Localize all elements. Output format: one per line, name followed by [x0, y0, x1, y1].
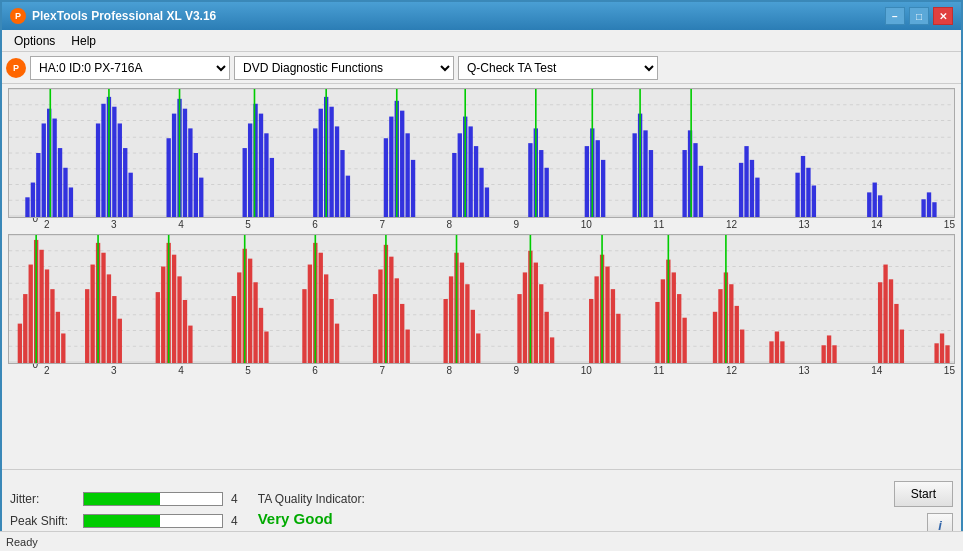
svg-rect-143: [308, 265, 312, 363]
svg-rect-122: [107, 274, 111, 363]
svg-rect-163: [471, 310, 475, 363]
start-button[interactable]: Start: [894, 481, 953, 507]
svg-rect-33: [199, 178, 203, 217]
svg-rect-134: [232, 296, 236, 363]
svg-rect-172: [550, 337, 554, 363]
function-select[interactable]: DVD Diagnostic Functions: [234, 56, 454, 80]
svg-rect-137: [248, 259, 252, 363]
svg-rect-109: [23, 294, 27, 363]
svg-rect-75: [632, 133, 636, 217]
peak-shift-label: Peak Shift:: [10, 514, 75, 528]
svg-rect-166: [517, 294, 521, 363]
menu-help[interactable]: Help: [63, 32, 104, 50]
svg-rect-12: [42, 123, 46, 217]
svg-rect-83: [699, 166, 703, 217]
svg-rect-80: [682, 150, 686, 217]
svg-rect-188: [713, 312, 717, 363]
svg-rect-108: [18, 324, 22, 363]
svg-rect-115: [56, 312, 60, 363]
svg-rect-126: [156, 292, 160, 363]
svg-rect-171: [545, 312, 549, 363]
svg-rect-202: [883, 265, 887, 363]
device-icon: P: [6, 58, 26, 78]
svg-rect-198: [821, 345, 825, 363]
svg-rect-150: [373, 294, 377, 363]
svg-rect-177: [605, 267, 609, 363]
svg-rect-170: [539, 284, 543, 363]
svg-rect-17: [69, 187, 73, 217]
svg-rect-146: [324, 274, 328, 363]
svg-rect-205: [900, 330, 904, 363]
svg-rect-112: [39, 250, 43, 363]
svg-rect-27: [167, 138, 171, 217]
svg-rect-60: [468, 126, 472, 217]
svg-rect-45: [329, 107, 333, 217]
close-button[interactable]: ✕: [933, 7, 953, 25]
svg-rect-169: [534, 263, 538, 363]
svg-rect-159: [449, 276, 453, 363]
svg-rect-151: [378, 269, 382, 363]
svg-rect-77: [643, 130, 647, 217]
svg-rect-19: [96, 123, 100, 217]
svg-rect-175: [594, 276, 598, 363]
jitter-progress: [83, 492, 223, 506]
svg-rect-32: [194, 153, 198, 217]
svg-rect-31: [188, 128, 192, 217]
svg-rect-35: [243, 148, 247, 217]
svg-rect-139: [259, 308, 263, 363]
svg-rect-90: [801, 156, 805, 217]
svg-rect-203: [889, 279, 893, 363]
bottom-chart-svg: [9, 235, 954, 363]
svg-rect-48: [346, 176, 350, 217]
svg-rect-186: [682, 318, 686, 363]
svg-rect-42: [313, 128, 317, 217]
svg-rect-14: [52, 119, 56, 217]
svg-rect-93: [867, 192, 871, 217]
svg-rect-72: [596, 140, 600, 217]
svg-rect-178: [611, 289, 615, 363]
svg-rect-167: [523, 272, 527, 363]
charts-wrapper: 4 3.5 3 2.5 2 1.5 1 0.5 0: [2, 84, 961, 469]
svg-rect-138: [253, 282, 257, 363]
quality-label: TA Quality Indicator:: [258, 492, 438, 506]
svg-rect-147: [329, 299, 333, 363]
svg-rect-129: [172, 255, 176, 363]
svg-rect-145: [319, 253, 323, 363]
minimize-button[interactable]: −: [885, 7, 905, 25]
test-select[interactable]: Q-Check TA Test: [458, 56, 658, 80]
svg-rect-43: [319, 109, 323, 217]
quality-value: Very Good: [258, 510, 438, 527]
svg-rect-114: [50, 289, 54, 363]
app-icon: P: [10, 8, 26, 24]
svg-rect-16: [63, 168, 67, 217]
svg-rect-58: [458, 133, 462, 217]
svg-rect-36: [248, 123, 252, 217]
svg-rect-131: [183, 300, 187, 363]
jitter-value: 4: [231, 492, 238, 506]
svg-rect-204: [894, 304, 898, 363]
svg-rect-119: [90, 265, 94, 363]
svg-rect-9: [25, 197, 29, 217]
svg-rect-201: [878, 282, 882, 363]
menu-bar: Options Help: [2, 30, 961, 52]
maximize-button[interactable]: □: [909, 7, 929, 25]
svg-rect-11: [36, 153, 40, 217]
quality-section: TA Quality Indicator: Very Good: [258, 492, 438, 527]
svg-rect-68: [545, 168, 549, 217]
menu-options[interactable]: Options: [6, 32, 63, 50]
svg-rect-154: [395, 278, 399, 363]
drive-select[interactable]: HA:0 ID:0 PX-716A: [30, 56, 230, 80]
metrics-section: Jitter: 4 Peak Shift: 4: [10, 492, 238, 528]
peak-shift-progress: [83, 514, 223, 528]
svg-rect-24: [123, 148, 127, 217]
top-chart-container: 4 3.5 3 2.5 2 1.5 1 0.5 0: [8, 88, 955, 230]
bottom-chart-container: 4 3.5 3 2.5 2 1.5 1 0.5 0: [8, 234, 955, 376]
status-bar: Ready: [0, 531, 963, 551]
svg-rect-63: [485, 187, 489, 217]
svg-rect-53: [400, 111, 404, 217]
peak-shift-row: Peak Shift: 4: [10, 514, 238, 528]
jitter-fill: [84, 493, 160, 505]
svg-rect-113: [45, 269, 49, 363]
svg-rect-98: [932, 202, 936, 217]
jitter-label: Jitter:: [10, 492, 75, 506]
